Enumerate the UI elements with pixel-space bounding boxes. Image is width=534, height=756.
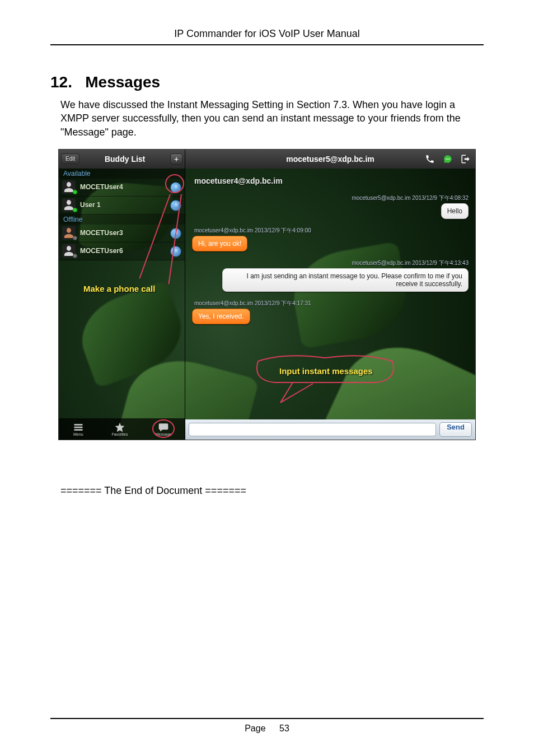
tab-label: Favorites xyxy=(111,432,128,436)
message-row: mocetuser4@xdp.bc.im 2013/12/9 下午4:09:00… xyxy=(192,227,469,251)
chat-panel: mocetuser5@xdp.bc.im mocetuser4@xdp.bc.i… xyxy=(185,150,475,440)
dialpad-icon[interactable]: ⠿ xyxy=(170,200,181,211)
annotation-make-phone-call: Make a phone call xyxy=(83,284,155,293)
avatar-icon xyxy=(62,180,76,194)
chat-titlebar: mocetuser5@xdp.bc.im xyxy=(185,150,475,169)
footer-page-number: 53 xyxy=(279,724,289,733)
doc-header: IP Commander for iOS VoIP User Manual xyxy=(50,28,484,45)
avatar-icon xyxy=(62,198,76,212)
buddy-list-panel: Edit Buddy List + Available MOCETUser4 ⠿… xyxy=(59,150,185,440)
buddy-name: MOCETUser4 xyxy=(80,183,123,191)
avatar-icon xyxy=(62,244,76,258)
buddy-titlebar: Edit Buddy List + xyxy=(59,150,185,169)
message-row: mocetuser4@xdp.bc.im 2013/12/9 下午4:17:31… xyxy=(192,300,469,324)
svg-point-5 xyxy=(449,158,450,160)
svg-rect-0 xyxy=(74,424,82,426)
message-bubble-out: I am just sending an instant message to … xyxy=(222,268,469,292)
edit-button[interactable]: Edit xyxy=(61,153,79,164)
presence-dot xyxy=(73,236,77,240)
message-bubble-out: Hello xyxy=(441,203,469,219)
buddy-list-title: Buddy List xyxy=(105,155,145,164)
page-footer: Page 53 xyxy=(50,718,484,734)
section-offline: Offline xyxy=(59,214,185,225)
message-bubble-in: Yes, I received. xyxy=(192,309,250,324)
star-icon xyxy=(114,422,125,432)
phone-icon[interactable] xyxy=(424,153,436,165)
send-button[interactable]: Send xyxy=(439,422,472,437)
message-meta: mocetuser4@xdp.bc.im 2013/12/9 下午4:09:00 xyxy=(194,227,469,235)
chat-body: mocetuser4@xdp.bc.im mocetuser5@xdp.bc.i… xyxy=(185,169,475,419)
buddy-name: MOCETUser6 xyxy=(80,247,123,255)
tab-label: Message xyxy=(156,432,171,436)
svg-rect-1 xyxy=(74,427,82,428)
buddy-name: MOCETUser3 xyxy=(80,229,123,237)
dialpad-icon[interactable]: ⠿ xyxy=(170,228,181,239)
end-of-document: ======= The End of Document ======= xyxy=(60,485,484,497)
chat-title: mocetuser5@xdp.bc.im xyxy=(286,155,374,164)
message-meta: mocetuser4@xdp.bc.im 2013/12/9 下午4:17:31 xyxy=(194,300,469,307)
chat-contact-header: mocetuser4@xdp.bc.im xyxy=(194,176,469,185)
buddy-row[interactable]: MOCETUser3 ⠿ xyxy=(59,225,185,242)
logout-icon[interactable] xyxy=(460,153,472,165)
annotation-callout xyxy=(252,356,398,405)
tabbar: Menu Favorites Message xyxy=(59,418,185,440)
chat-inputbar: Send xyxy=(185,419,475,440)
footer-page-label: Page xyxy=(245,724,265,733)
section-title: Messages xyxy=(85,73,160,91)
presence-dot xyxy=(73,190,77,194)
message-row: mocetuser5@xdp.bc.im 2013/12/9 下午4:08:32… xyxy=(192,194,469,219)
dialpad-icon[interactable]: ⠿ xyxy=(170,182,181,193)
dialpad-icon[interactable]: ⠿ xyxy=(170,246,181,257)
section-number: 12. xyxy=(50,73,72,91)
message-bubble-in: Hi, are you ok! xyxy=(192,236,247,251)
menu-icon xyxy=(73,422,84,432)
svg-point-4 xyxy=(447,158,448,160)
presence-dot xyxy=(73,254,77,258)
add-buddy-button[interactable]: + xyxy=(170,153,182,165)
tab-favorites[interactable]: Favorites xyxy=(111,422,128,436)
buddy-name: User 1 xyxy=(80,201,101,209)
tab-label: Menu xyxy=(73,432,83,436)
app-screenshot: Edit Buddy List + Available MOCETUser4 ⠿… xyxy=(58,149,476,440)
section-available: Available xyxy=(59,169,185,179)
message-meta: mocetuser5@xdp.bc.im 2013/12/9 下午4:08:32 xyxy=(192,194,469,202)
svg-point-3 xyxy=(446,158,447,160)
tab-message[interactable]: Message xyxy=(156,422,171,436)
body-paragraph: We have discussed the Instant Messaging … xyxy=(60,98,484,139)
buddy-row[interactable]: User 1 ⠿ xyxy=(59,197,185,214)
svg-rect-2 xyxy=(74,429,82,431)
message-icon xyxy=(158,422,169,432)
presence-dot xyxy=(73,208,77,212)
section-heading: 12. Messages xyxy=(50,73,484,91)
buddy-row[interactable]: MOCETUser6 ⠿ xyxy=(59,242,185,260)
chat-bubble-icon[interactable] xyxy=(442,153,454,165)
tab-menu[interactable]: Menu xyxy=(73,422,84,436)
avatar-icon xyxy=(62,226,76,240)
message-meta: mocetuser5@xdp.bc.im 2013/12/9 下午4:13:43 xyxy=(192,259,469,267)
message-row: mocetuser5@xdp.bc.im 2013/12/9 下午4:13:43… xyxy=(192,259,469,292)
chat-input[interactable] xyxy=(189,423,436,436)
buddy-row[interactable]: MOCETUser4 ⠿ xyxy=(59,179,185,197)
